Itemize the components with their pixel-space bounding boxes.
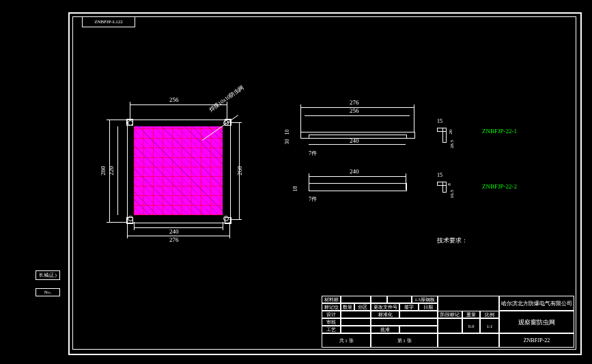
tb-r1c3: 分区 bbox=[354, 303, 371, 311]
tb-mid-bot bbox=[438, 333, 499, 348]
tb-r4c1: 工艺 bbox=[322, 326, 341, 333]
sec-a-top-outer: 276 bbox=[350, 99, 359, 106]
dim-top-ext-r bbox=[227, 102, 227, 120]
hole-bl bbox=[128, 216, 133, 221]
tb-r4c2 bbox=[341, 326, 371, 333]
tb-r1c4: 更改文件号 bbox=[371, 303, 399, 311]
dim-bot-ext3 bbox=[223, 222, 223, 230]
sec-b-right-tiny-b: 16.5 bbox=[449, 190, 455, 198]
dim-bot-ext2 bbox=[134, 222, 135, 230]
sec-a-right-tiny-b: 28.5 bbox=[449, 140, 455, 148]
hole-tl bbox=[128, 120, 133, 126]
tb-weight-v: 0.0 bbox=[462, 318, 480, 333]
mesh-hatch bbox=[134, 126, 223, 215]
sec-a-bracket-side bbox=[442, 128, 447, 143]
tb-stage-v bbox=[438, 318, 462, 333]
sec-b-ext-r bbox=[406, 173, 406, 190]
sec-b-bar bbox=[309, 183, 407, 191]
tb-scale-l: 比例 bbox=[480, 311, 499, 318]
dim-bot-ext4 bbox=[229, 222, 230, 238]
tb-r2c4 bbox=[399, 311, 438, 318]
left-info-2: No. bbox=[36, 288, 60, 296]
sec-a-ext-l bbox=[300, 104, 301, 132]
sec-b-part-label: ZNBFJP-22-2 bbox=[482, 183, 517, 190]
sec-a-dim-bot-line bbox=[309, 144, 406, 145]
tb-r1c6: 日期 bbox=[419, 303, 438, 311]
tb-r4c4 bbox=[399, 326, 438, 333]
sec-b-ext-l bbox=[309, 173, 309, 190]
dim-left-ext-b bbox=[107, 222, 127, 223]
sec-a-left-top: 10 bbox=[284, 130, 290, 135]
dim-right-ext-b bbox=[229, 219, 242, 220]
left-info-1: 长城(正) bbox=[36, 270, 60, 280]
tb-title: 观察窗防虫网 bbox=[499, 311, 574, 333]
sec-b-right-tiny-t: 8 bbox=[447, 183, 452, 186]
tb-r1c1: 标记位 bbox=[322, 303, 341, 311]
tb-r3c2 bbox=[341, 318, 371, 326]
sec-a-ext-r bbox=[414, 104, 414, 132]
sec-a-note: 7件 bbox=[309, 150, 317, 157]
sec-a-bot: 240 bbox=[350, 137, 359, 144]
tb-r0c4: 1.5厚钢板 bbox=[412, 296, 438, 303]
sec-b-note: 7件 bbox=[309, 195, 317, 203]
sec-a-dim-mid-line bbox=[305, 115, 410, 116]
sec-b-dim-line bbox=[309, 176, 406, 177]
sec-a-left-bot: 30 bbox=[284, 139, 290, 145]
tb-r2c2 bbox=[341, 311, 371, 318]
title-block: 材料标记 1.5厚钢板 标记位 数量 分区 更改文件号 签字 日期 设计 标准化… bbox=[322, 296, 574, 348]
dim-left-outer: 280 bbox=[100, 166, 107, 176]
tb-r3c1: 审核 bbox=[322, 318, 341, 326]
tb-dwgno: ZNBFJP-22 bbox=[499, 333, 574, 348]
tb-r1c2: 数量 bbox=[341, 303, 354, 311]
sec-a-right-small: 15 bbox=[437, 118, 442, 124]
tb-sheet2: 第 1 张 bbox=[371, 333, 438, 348]
dim-left-ext-t bbox=[107, 120, 127, 120]
tb-r0c0: 材料标记 bbox=[322, 296, 341, 303]
tb-r2c1: 设计 bbox=[322, 311, 341, 318]
tb-r4c3: 批准 bbox=[371, 326, 399, 333]
tb-weight-l: 重量 bbox=[462, 311, 480, 318]
tb-r1c5: 签字 bbox=[399, 303, 419, 311]
dim-top-ext-l bbox=[130, 102, 130, 120]
dim-bot-ext1 bbox=[127, 222, 128, 238]
drawing-number-tab: ZNBFJP-L122 bbox=[82, 16, 135, 27]
tb-r3c3 bbox=[371, 318, 438, 326]
dim-bot-inner: 240 bbox=[169, 228, 179, 235]
tb-r2c3: 标准化 bbox=[371, 311, 399, 318]
sec-a-top-mid: 256 bbox=[350, 107, 359, 114]
tech-note: 技术要求： bbox=[437, 236, 468, 245]
dim-left-outer-line bbox=[109, 120, 110, 222]
tb-r0c2 bbox=[371, 296, 387, 303]
dim-right: 260 bbox=[236, 166, 243, 176]
dim-right-ext-t bbox=[229, 122, 242, 123]
dim-left-inner-line bbox=[117, 126, 118, 215]
sec-b-right: 15 bbox=[437, 172, 442, 178]
tb-stage-l: 阶段标记 bbox=[438, 311, 462, 318]
dim-top: 256 bbox=[169, 96, 179, 103]
tb-sheet: 共 1 张 bbox=[322, 333, 371, 348]
dim-bot-outer: 276 bbox=[169, 236, 179, 243]
tb-r0c1 bbox=[341, 296, 371, 303]
sec-b-top: 240 bbox=[350, 168, 359, 175]
tb-scale-v: 1:1 bbox=[480, 318, 499, 333]
tb-r0c3 bbox=[387, 296, 412, 303]
tb-company: 哈尔滨北方防爆电气有限公司 bbox=[499, 296, 574, 311]
sec-a-part-label: ZNBFJP-22-1 bbox=[482, 128, 517, 135]
hole-br bbox=[223, 216, 229, 221]
sec-b-left: 18 bbox=[292, 186, 298, 192]
sec-a-right-tiny-t: 20 bbox=[448, 130, 453, 135]
